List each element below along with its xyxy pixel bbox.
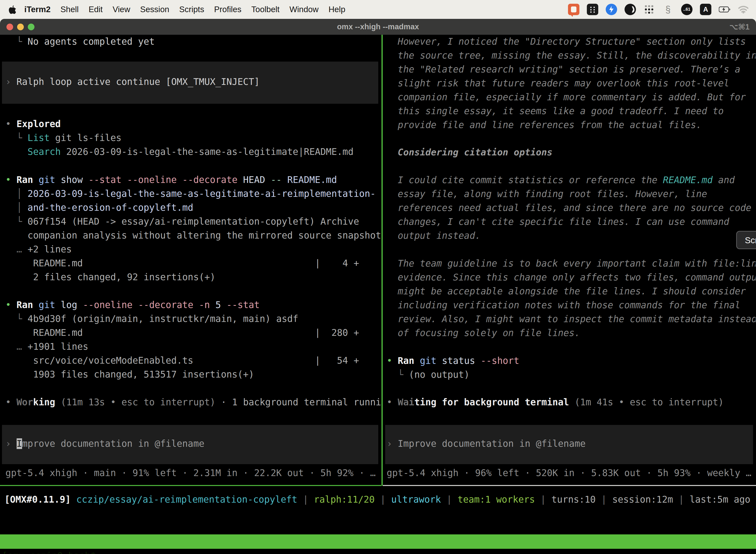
right-lines-row: output instead. [387,229,756,243]
left-lines-row: • Explored [5,117,381,131]
right-lines-row: might be acceptable alongside the file l… [387,284,756,298]
menu-bar-status: § ..61 A [568,4,756,15]
menu-profiles[interactable]: Profiles [209,5,246,14]
battery-icon[interactable] [719,4,730,15]
right-lines-row: › Improve documentation in @filename [387,437,756,451]
title-bar: omx --xhigh --madmax ⌥⌘1 [0,19,756,35]
left-lines-row: README.md | 4 + [5,257,381,270]
left-lines-row: gpt-5.4 xhigh · main · 91% left · 2.31M … [5,466,381,480]
right-lines-row: this single essay, it seems like a good … [387,104,756,118]
right-lines-row: including verification notes with those … [387,298,756,312]
app-grid-icon[interactable] [643,4,655,15]
right-lines-row: • Waiting for background terminal (1m 41… [387,395,756,409]
right-lines-row: The team guideline is to back every impo… [387,257,756,271]
menu-iterm2[interactable]: iTerm2 [19,5,56,14]
menu-bar-left: iTerm2ShellEditViewSessionScriptsProfile… [0,5,350,14]
right-lines-row: evidence. Since this change only affects… [387,271,756,284]
pane-divider-vertical[interactable] [381,35,383,486]
left-lines-row: 1903 files changed, 513517 insertions(+) [5,368,381,382]
privacy-grid-icon[interactable] [587,4,598,15]
left-pane-bottom-border [0,485,381,486]
menu-toolbelt[interactable]: Toolbelt [246,5,285,14]
left-lines-row: › Ralph loop active continue [OMX_TMUX_I… [5,75,381,89]
menu-shell[interactable]: Shell [56,5,83,14]
left-lines-row: └ 4b9d30f (origin/main, instructkr/main,… [5,312,381,326]
menu-window[interactable]: Window [285,5,323,14]
right-lines-row: changes, I can't cite specific file line… [387,215,756,229]
shortcuts-hook-icon[interactable]: § [662,4,674,15]
left-lines-row: │ 2026-03-09-is-legal-the-same-as-legiti… [5,187,381,201]
right-lines-row: gpt-5.4 xhigh · 96% left · 520K in · 5.8… [387,466,756,480]
right-lines-row: provide file and line references from th… [387,118,756,132]
menu-items: iTerm2ShellEditViewSessionScriptsProfile… [19,5,350,14]
right-lines-row: └ (no output) [387,368,756,382]
window-shortcut-badge: ⌥⌘1 [729,22,750,32]
left-lines-row: src/voice/voiceModeEnabled.ts | 54 + [5,354,381,368]
omx-line-row: [OMX#0.11.9] cczip/essay/ai-reimplementa… [4,493,752,507]
right-lines-row: companion file, especially if more comme… [387,90,756,104]
left-lines-row: • Working (11m 13s • esc to interrupt) ·… [5,395,381,409]
window-title: omx --xhigh --madmax [0,22,756,31]
left-lines-row: • Ran git log --oneline --decorate -n 5 … [5,298,381,312]
right-lines-row: the "Related research writing" section i… [387,63,756,76]
right-lines-row: review. Also, I might want to inspect th… [387,312,756,326]
focus-pie-icon[interactable] [625,4,636,15]
left-lines-row: 2 files changed, 92 insertions(+) [5,270,381,284]
left-lines-row: Search 2026-03-09-is-legal-the-same-as-l… [5,145,381,159]
left-lines-row: └ List git ls-files [5,131,381,145]
messenger-icon[interactable] [606,4,617,15]
wifi-icon[interactable] [738,4,749,15]
left-lines-row: README.md | 280 + [5,326,381,340]
right-lines-row: Considering citation options [387,146,756,159]
right-lines-row: slight risk that future readers may over… [387,76,756,90]
menu-help[interactable]: Help [323,5,350,14]
right-pane-bottom-border [383,485,756,486]
apple-icon[interactable] [8,5,16,14]
left-lines-row: › Improve documentation in @filename [5,437,381,451]
tmux-window-tab[interactable]: [omx-cczip0:bash* [2,549,96,554]
right-lines-row: references need actual files, and since … [387,201,756,215]
right-lines-row: • Ran git status --short [387,354,756,368]
left-lines-row: companion analysis without altering the … [5,229,381,242]
left-lines-row: └ 067f154 (HEAD -> essay/ai-reimplementa… [5,215,381,229]
left-lines-row: … +1901 lines [5,340,381,354]
menu-session[interactable]: Session [135,5,174,14]
left-lines-row: │ and-the-erosion-of-copyleft.md [5,201,381,215]
menu-bar: iTerm2ShellEditViewSessionScriptsProfile… [0,0,756,19]
right-lines-row: the source tree, missing the essay. Stil… [387,49,756,63]
right-lines-row: of focusing solely on file lines. [387,326,756,340]
input-source-badge[interactable]: A [700,4,711,15]
right-lines-row: I could cite commit statistics or refere… [387,173,756,187]
menu-scripts[interactable]: Scripts [174,5,209,14]
left-lines-row: • Ran git show --stat --oneline --decora… [5,173,381,187]
tmux-status-bar: [omx-cczip0:bash* "MacBook-Pro-44.local"… [0,535,756,549]
screen-share-icon[interactable] [568,4,579,15]
right-lines-row: However, I noticed the "Directory Struct… [387,35,756,49]
menu-view[interactable]: View [108,5,135,14]
left-lines-row: └ No agents completed yet [5,35,381,49]
screen: iTerm2ShellEditViewSessionScriptsProfile… [0,0,756,554]
menu-edit[interactable]: Edit [83,5,108,14]
left-lines-row: … +2 lines [5,242,381,257]
battery-percent-badge[interactable]: ..61 [681,4,693,15]
screen-notification-overlay[interactable]: Scre [736,231,756,249]
right-lines-row: essay file, along with finding root file… [387,187,756,201]
